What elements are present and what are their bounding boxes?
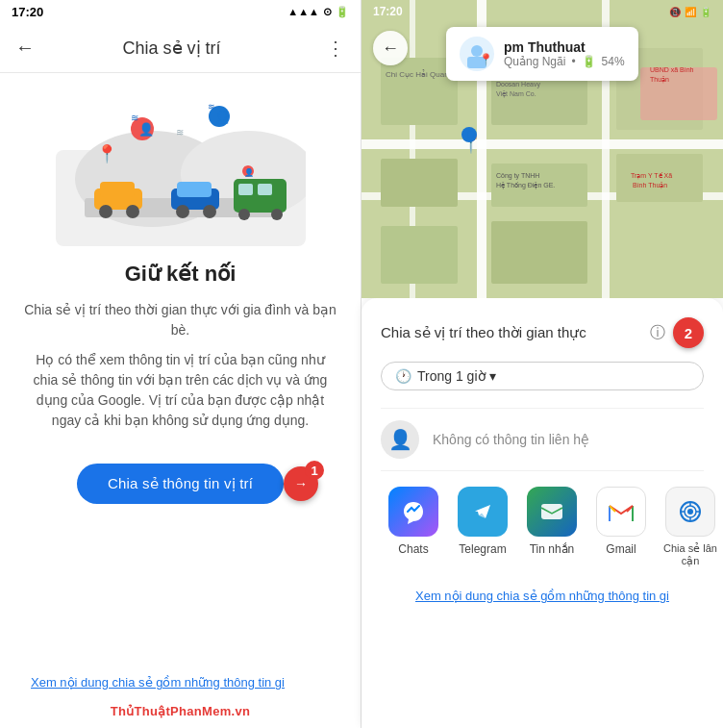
app-item-chats[interactable]: Chats — [385, 487, 442, 567]
svg-text:Doosan Heavy: Doosan Heavy — [496, 81, 540, 88]
illustration-svg: 👤 ≋ 👤 ≋ 👤 📍 ≋ — [56, 92, 306, 246]
svg-text:Thuận: Thuận — [650, 76, 669, 84]
gmail-label: Gmail — [606, 542, 636, 556]
left-info-link[interactable]: Xem nội dung chia sẻ gồm những thông tin… — [15, 675, 300, 690]
bottom-sheet: Chia sẻ vị trí theo thời gian thực ⓘ 2 🕐… — [362, 298, 723, 728]
right-signal-icon: 📵 — [669, 7, 681, 17]
svg-rect-28 — [362, 139, 723, 149]
right-wifi-icon: 📶 — [685, 7, 696, 17]
chats-label: Chats — [398, 542, 428, 556]
step-badge-2: 2 — [673, 317, 704, 348]
right-battery-icon: 🔋 — [700, 7, 711, 17]
right-status-icons: 📵 📶 🔋 — [669, 7, 711, 17]
right-status-bar: 17:20 📵 📶 🔋 — [362, 0, 723, 23]
svg-rect-14 — [258, 184, 272, 195]
left-panel: 17:20 ▲▲▲ ⊙ 🔋 ← Chia sẻ vị trí ⋮ — [0, 0, 362, 728]
app-item-telegram[interactable]: Telegram — [454, 487, 511, 567]
left-heading: Giữ kết nối — [125, 262, 237, 287]
more-options-icon[interactable]: ⋮ — [326, 37, 345, 60]
messages-icon — [527, 487, 577, 537]
left-top-bar: ← Chia sẻ vị trí ⋮ — [0, 23, 361, 73]
svg-text:👤: 👤 — [215, 110, 230, 124]
nearby-icon — [665, 487, 715, 537]
nearby-label: Chia sẻ lân cận — [661, 542, 719, 567]
svg-rect-39 — [381, 226, 458, 284]
telegram-icon — [458, 487, 508, 537]
battery-icon: 🔋 — [336, 6, 349, 18]
svg-point-6 — [99, 205, 112, 218]
svg-text:Hệ Thống Điện GE.: Hệ Thống Điện GE. — [496, 182, 555, 189]
right-time: 17:20 — [373, 5, 403, 18]
svg-rect-9 — [177, 182, 212, 197]
share-button-container: Chia sẻ thông tin vị trí → 1 — [23, 464, 337, 504]
svg-point-64 — [687, 509, 693, 515]
svg-rect-13 — [238, 184, 253, 195]
svg-text:Việt Nam Co.: Việt Nam Co. — [496, 90, 536, 98]
app-item-gmail[interactable]: Gmail — [592, 487, 650, 567]
svg-text:Bình Thuận: Bình Thuận — [633, 182, 667, 189]
signal-icon: ▲▲▲ — [287, 6, 319, 17]
svg-text:👤: 👤 — [465, 130, 477, 141]
app-grid: Chats Telegram — [381, 487, 704, 567]
contact-icon: 👤 — [381, 420, 419, 459]
no-contact-text: Không có thông tin liên hệ — [433, 432, 589, 447]
svg-rect-5 — [100, 182, 135, 197]
watermark: ThủThuậtPhanMem.vn — [0, 696, 361, 728]
svg-rect-40 — [491, 221, 587, 284]
right-panel: Chi Cục Hải Quan Cửa Doosan Heavy Việt N… — [362, 0, 723, 728]
svg-point-11 — [203, 205, 216, 218]
app-item-nearby[interactable]: Chia sẻ lân cận — [661, 487, 719, 567]
svg-text:Trạm Y Tế Xã: Trạm Y Tế Xã — [631, 172, 672, 180]
svg-text:📍: 📍 — [96, 143, 118, 164]
svg-point-10 — [176, 205, 189, 218]
gmail-icon — [596, 487, 646, 537]
svg-point-15 — [238, 209, 250, 220]
left-link-container: Xem nội dung chia sẻ gồm những thông tin… — [0, 673, 361, 696]
left-time: 17:20 — [12, 5, 43, 19]
left-desc1: Chia sẻ vị trí theo thời gian thực với g… — [23, 300, 337, 340]
clock-icon: 🕐 — [395, 368, 411, 384]
svg-text:👤: 👤 — [244, 167, 254, 177]
share-location-button[interactable]: Chia sẻ thông tin vị trí — [77, 464, 284, 504]
svg-text:👤: 👤 — [138, 121, 155, 138]
svg-text:≋: ≋ — [176, 127, 184, 138]
svg-rect-60 — [541, 504, 562, 519]
svg-point-16 — [271, 209, 283, 220]
wifi-icon: ⊙ — [323, 6, 332, 18]
back-button[interactable]: ← — [15, 37, 35, 59]
app-item-messages[interactable]: Tin nhắn — [523, 487, 581, 567]
svg-text:≋: ≋ — [131, 113, 138, 123]
share-realtime-title: Chia sẻ vị trí theo thời gian thực — [381, 324, 650, 341]
no-contact-row: 👤 Không có thông tin liên hệ — [381, 408, 704, 471]
info-icon[interactable]: ⓘ — [650, 323, 665, 343]
svg-point-7 — [126, 205, 139, 218]
messages-label: Tin nhắn — [530, 542, 575, 556]
map-area: Chi Cục Hải Quan Cửa Doosan Heavy Việt N… — [362, 0, 723, 298]
telegram-label: Telegram — [459, 542, 506, 556]
step-badge-1: → 1 — [284, 466, 318, 501]
time-chip-label: Trong 1 giờ ▾ — [417, 368, 496, 384]
left-desc2: Họ có thể xem thông tin vị trí của bạn c… — [23, 350, 337, 431]
right-top-bar: ← — [362, 23, 723, 73]
time-selector[interactable]: 🕐 Trong 1 giờ ▾ — [381, 362, 704, 390]
left-status-icons: ▲▲▲ ⊙ 🔋 — [287, 6, 349, 18]
left-status-bar: 17:20 ▲▲▲ ⊙ 🔋 — [0, 0, 361, 23]
page-title: Chia sẻ vị trí — [46, 38, 297, 59]
right-back-button[interactable]: ← — [373, 31, 408, 65]
chats-icon — [388, 487, 438, 537]
illustration: 👤 ≋ 👤 ≋ 👤 📍 ≋ — [56, 92, 306, 246]
svg-text:Công ty TNHH: Công ty TNHH — [496, 172, 539, 180]
svg-text:≋: ≋ — [208, 102, 215, 112]
right-info-link[interactable]: Xem nội dung chia sẻ gồm những thông tin… — [381, 581, 704, 611]
illustration-area: 👤 ≋ 👤 ≋ 👤 📍 ≋ Giữ kết nối Chia sẻ vị trí… — [0, 73, 361, 673]
share-title-row: Chia sẻ vị trí theo thời gian thực ⓘ 2 — [381, 317, 704, 348]
svg-rect-36 — [381, 159, 458, 207]
person-icon: 👤 — [388, 428, 412, 451]
